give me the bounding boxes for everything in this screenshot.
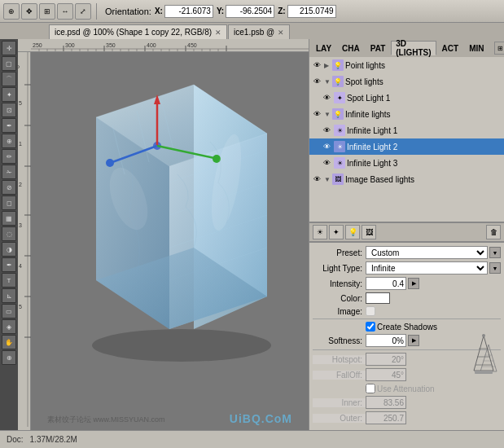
tree-item-infinite-light-3[interactable]: 👁 ☀ Infinite Light 3 <box>309 155 504 171</box>
eye-infinite-lights[interactable]: 👁 <box>311 108 322 120</box>
tool-lasso[interactable]: ⌒ <box>2 72 16 86</box>
tool-path[interactable]: ⊾ <box>2 288 16 303</box>
panel-delete-icon[interactable]: 🗑 <box>486 225 501 239</box>
tree-item-spot-lights[interactable]: 👁 ▼ 💡 Spot lights <box>309 73 504 90</box>
panel-action-icon-3[interactable]: 💡 <box>345 225 360 239</box>
y-label: Y: <box>217 7 224 15</box>
z-input[interactable] <box>287 5 336 18</box>
arrow-point-lights[interactable]: ▶ <box>324 62 332 69</box>
label-infinite-2: Infinite Light 2 <box>347 143 397 152</box>
label-image-based: Image Based lights <box>345 175 414 184</box>
tool-icon-4[interactable]: ↔ <box>57 3 73 20</box>
outer-row: Outer: <box>313 411 501 424</box>
image-checkbox[interactable] <box>366 306 375 316</box>
arrow-image-based[interactable]: ▼ <box>324 176 332 183</box>
tab-ice-psd[interactable]: ice.psd @ 100% (Shape 1 copy 22, RGB/8) … <box>49 24 227 39</box>
image-row: Image: <box>313 306 501 316</box>
tab-cha[interactable]: CHA <box>337 41 365 55</box>
image-label: Image: <box>313 307 366 316</box>
tool-hand[interactable]: ✋ <box>2 335 16 349</box>
tree-item-infinite-lights[interactable]: 👁 ▼ 💡 Infinite lights <box>309 106 504 122</box>
tab-ice-psd-close[interactable]: ✕ <box>215 29 221 37</box>
canvas-content[interactable]: 素材饺子论坛 www.MISSYUAN.com UiBQ.CoM <box>31 52 309 430</box>
tab-ice1-psb-close[interactable]: ✕ <box>278 29 284 37</box>
tool-gradient[interactable]: ▦ <box>2 211 16 226</box>
use-attenuation-value: Use Attenuation <box>366 384 501 393</box>
color-row: Color: <box>313 292 501 304</box>
eye-inf-2[interactable]: 👁 <box>321 141 332 152</box>
tab-ice1-psb[interactable]: ice1.psb @ ✕ <box>228 24 290 39</box>
tool-dodge[interactable]: ◑ <box>2 242 16 257</box>
tool-icon-5[interactable]: ⤢ <box>75 3 91 20</box>
svg-text:350: 350 <box>106 42 116 48</box>
color-value <box>366 292 501 304</box>
eye-image-based[interactable]: 👁 <box>311 173 322 185</box>
tool-icon-1[interactable]: ⊕ <box>3 3 20 20</box>
preset-select[interactable]: Custom <box>366 246 488 259</box>
softness-input[interactable] <box>366 334 406 347</box>
icon-spot-1: ✦ <box>334 92 345 103</box>
panel-action-icon-1[interactable]: ☀ <box>313 225 327 239</box>
color-swatch[interactable] <box>366 292 390 304</box>
arrow-infinite-lights[interactable]: ▼ <box>324 111 332 118</box>
panel-icon-1[interactable]: ⊞ <box>494 42 504 55</box>
tool-magic[interactable]: ✦ <box>2 87 16 102</box>
main-area: ✛ ▢ ⌒ ✦ ⊡ ✒ ⊕ ✏ ✁ ⊘ ◻ ▦ ◌ ◑ ✒ T ⊾ ▭ ◈ ✋ … <box>0 39 504 430</box>
tool-3d[interactable]: ◈ <box>2 319 16 334</box>
tool-icon-3[interactable]: ⊞ <box>39 3 55 20</box>
eye-spot-1[interactable]: 👁 <box>321 92 332 103</box>
light-type-select[interactable]: Infinite <box>366 261 488 275</box>
tree-item-image-based[interactable]: 👁 ▼ 🖼 Image Based lights <box>309 171 504 187</box>
tool-move[interactable]: ✛ <box>2 41 16 55</box>
tool-zoom[interactable]: ⊕ <box>2 350 16 365</box>
tool-type[interactable]: T <box>2 273 16 288</box>
panel-action-icon-2[interactable]: ✦ <box>329 225 344 239</box>
panel-icon-group: ⊞ ⊡ ○ <box>494 42 504 55</box>
create-shadows-checkbox[interactable] <box>366 322 375 332</box>
svg-text:5: 5 <box>19 304 22 310</box>
svg-rect-79 <box>475 371 493 374</box>
tree-item-point-lights[interactable]: 👁 ▶ 💡 Point lights <box>309 57 504 73</box>
icon-inf-2: ☀ <box>334 141 345 152</box>
tree-item-spot-light-1[interactable]: 👁 ✦ Spot Light 1 <box>309 90 504 106</box>
tab-act[interactable]: ACT <box>437 41 464 55</box>
tab-lay[interactable]: LAY <box>311 41 336 55</box>
eye-inf-1[interactable]: 👁 <box>321 125 332 136</box>
z-label: Z: <box>278 7 285 15</box>
eye-point-lights[interactable]: 👁 <box>311 59 322 71</box>
light-type-dropdown-arrow[interactable]: ▼ <box>489 262 501 274</box>
panel-action-icons: ☀ ✦ 💡 🖼 🗑 <box>309 222 504 242</box>
intensity-input[interactable] <box>366 277 406 290</box>
tool-pen[interactable]: ✒ <box>2 257 16 272</box>
preset-dropdown-arrow[interactable]: ▼ <box>489 247 501 258</box>
eye-inf-3[interactable]: 👁 <box>321 157 332 169</box>
tool-select-rect[interactable]: ▢ <box>2 56 16 71</box>
image-value <box>366 306 501 316</box>
tool-history[interactable]: ⊘ <box>2 180 16 195</box>
softness-arrow[interactable]: ▶ <box>408 335 419 346</box>
arrow-spot-lights[interactable]: ▼ <box>324 78 332 86</box>
tree-item-infinite-light-1[interactable]: 👁 ☀ Infinite Light 1 <box>309 122 504 138</box>
tree-item-infinite-light-2[interactable]: 👁 ☀ Infinite Light 2 <box>309 138 504 155</box>
tool-eyedrop[interactable]: ✒ <box>2 118 16 133</box>
tool-blur[interactable]: ◌ <box>2 226 16 241</box>
tool-heal[interactable]: ⊕ <box>2 134 16 148</box>
preset-value: Custom ▼ <box>366 246 501 259</box>
x-input[interactable] <box>164 5 213 18</box>
tool-shape[interactable]: ▭ <box>2 304 16 318</box>
panel-action-icon-4[interactable]: 🖼 <box>362 225 376 239</box>
watermark-right: UiBQ.CoM <box>230 412 292 425</box>
eye-spot-lights[interactable]: 👁 <box>311 76 322 87</box>
tool-crop[interactable]: ⊡ <box>2 103 16 117</box>
tab-pat[interactable]: PAT <box>366 41 391 55</box>
tool-eraser[interactable]: ◻ <box>2 195 16 210</box>
tab-min[interactable]: MIN <box>464 41 489 55</box>
tab-3d-lights[interactable]: 3D (LIGHTS) <box>391 41 436 55</box>
y-input[interactable] <box>226 5 274 18</box>
tool-clone[interactable]: ✁ <box>2 165 16 179</box>
tool-icon-2[interactable]: ✥ <box>21 3 37 20</box>
intensity-arrow[interactable]: ▶ <box>408 278 419 289</box>
tool-brush[interactable]: ✏ <box>2 149 16 164</box>
light-cone-diagram <box>471 334 496 375</box>
use-attenuation-checkbox[interactable] <box>366 384 375 393</box>
